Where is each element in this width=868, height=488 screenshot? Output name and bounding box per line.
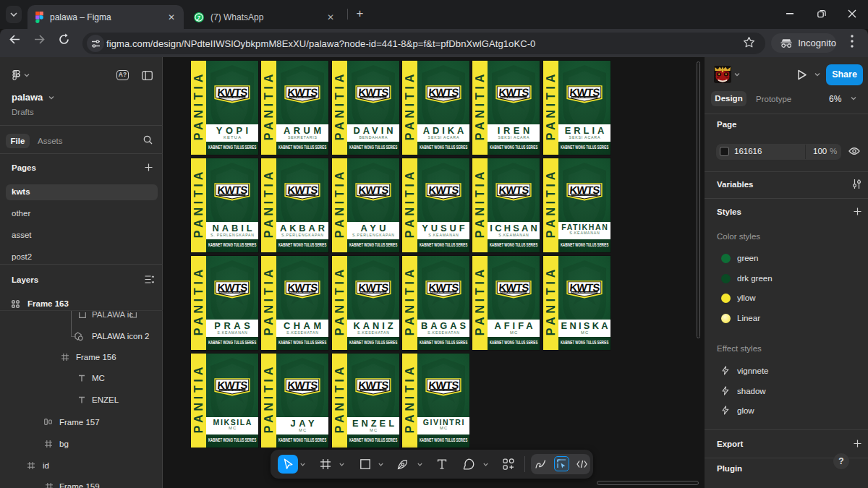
svg-text:KABINET WONG TULUS SERIES: KABINET WONG TULUS SERIES	[498, 96, 529, 98]
svg-text:KABINET WONG TULUS SERIES: KABINET WONG TULUS SERIES	[428, 194, 459, 195]
svg-text:KABINET WONG TULUS SERIES: KABINET WONG TULUS SERIES	[287, 194, 318, 195]
svg-text:KABINET WONG TULUS SERIES: KABINET WONG TULUS SERIES	[287, 96, 318, 98]
svg-text:KABINET WONG TULUS SERIES: KABINET WONG TULUS SERIES	[358, 389, 388, 390]
svg-text:KABINET WONG TULUS SERIES: KABINET WONG TULUS SERIES	[358, 194, 388, 195]
svg-text:KABINET WONG TULUS SERIES: KABINET WONG TULUS SERIES	[498, 194, 529, 195]
svg-text:KABINET WONG TULUS SERIES: KABINET WONG TULUS SERIES	[287, 389, 318, 390]
svg-text:KABINET WONG TULUS SERIES: KABINET WONG TULUS SERIES	[428, 96, 459, 98]
svg-text:KABINET WONG TULUS SERIES: KABINET WONG TULUS SERIES	[217, 291, 247, 293]
svg-text:KABINET WONG TULUS SERIES: KABINET WONG TULUS SERIES	[358, 96, 388, 98]
svg-text:KABINET WONG TULUS SERIES: KABINET WONG TULUS SERIES	[498, 291, 529, 293]
svg-text:7: 7	[197, 14, 200, 20]
svg-text:KABINET WONG TULUS SERIES: KABINET WONG TULUS SERIES	[428, 389, 459, 390]
svg-text:KABINET WONG TULUS SERIES: KABINET WONG TULUS SERIES	[428, 291, 459, 293]
svg-text:KABINET WONG TULUS SERIES: KABINET WONG TULUS SERIES	[217, 96, 247, 98]
svg-text:KABINET WONG TULUS SERIES: KABINET WONG TULUS SERIES	[217, 194, 247, 195]
svg-text:KABINET WONG TULUS SERIES: KABINET WONG TULUS SERIES	[217, 389, 247, 390]
svg-text:KABINET WONG TULUS SERIES: KABINET WONG TULUS SERIES	[569, 194, 600, 195]
svg-text:KABINET WONG TULUS SERIES: KABINET WONG TULUS SERIES	[287, 291, 318, 293]
svg-text:KABINET WONG TULUS SERIES: KABINET WONG TULUS SERIES	[569, 291, 600, 293]
svg-text:KABINET WONG TULUS SERIES: KABINET WONG TULUS SERIES	[569, 96, 600, 98]
svg-text:KABINET WONG TULUS SERIES: KABINET WONG TULUS SERIES	[358, 291, 388, 293]
